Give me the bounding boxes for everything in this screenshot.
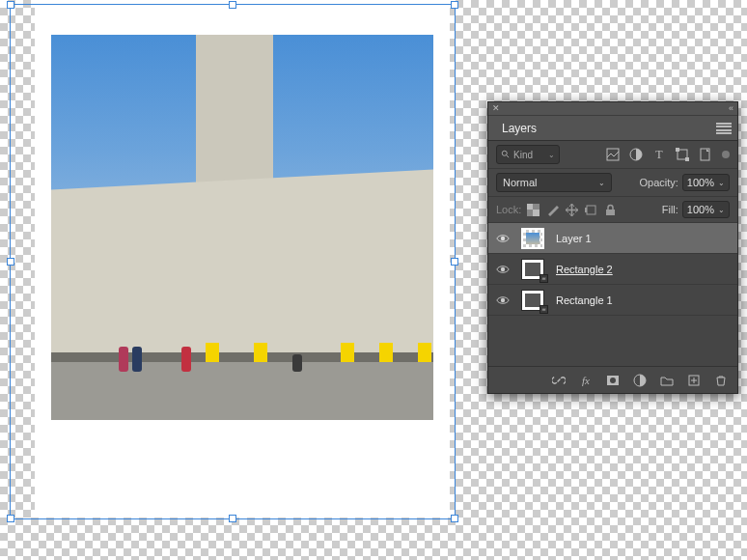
layer-name[interactable]: Layer 1 — [556, 233, 592, 244]
new-group-icon[interactable] — [660, 374, 674, 387]
shape-badge-icon — [540, 305, 548, 314]
filter-toggle-icon[interactable] — [722, 151, 730, 158]
lock-transparency-icon[interactable] — [527, 204, 540, 216]
transform-handle-tl[interactable] — [7, 1, 14, 9]
filter-pixel-icon[interactable] — [606, 148, 620, 161]
svg-rect-11 — [533, 210, 540, 216]
layer-filter-row: Kind ⌄ T — [488, 141, 737, 169]
chevron-down-icon: ⌄ — [598, 179, 605, 187]
filter-shape-icon[interactable] — [676, 148, 689, 161]
chevron-down-icon: ⌄ — [548, 151, 555, 159]
blend-mode-dropdown[interactable]: Normal ⌄ — [496, 173, 612, 192]
panel-tabs: Layers — [488, 116, 737, 141]
svg-point-19 — [610, 378, 616, 383]
opacity-value: 100% — [687, 177, 714, 188]
svg-point-17 — [501, 297, 505, 301]
opacity-label: Opacity: — [640, 177, 678, 188]
lock-artboard-icon[interactable] — [585, 204, 597, 216]
collapse-panel-icon[interactable]: « — [729, 104, 733, 113]
transform-handle-br[interactable] — [451, 515, 458, 522]
artboard-polaroid[interactable] — [35, 0, 450, 518]
panel-menu-icon[interactable] — [716, 123, 732, 134]
fill-input[interactable]: 100% ⌄ — [682, 201, 730, 218]
transform-handle-ml[interactable] — [7, 258, 14, 266]
svg-rect-14 — [606, 210, 615, 215]
transform-handle-tm[interactable] — [229, 1, 236, 9]
transform-handle-bl[interactable] — [7, 515, 14, 522]
transform-handle-mr[interactable] — [451, 258, 458, 266]
filter-kind-dropdown[interactable]: Kind ⌄ — [496, 145, 560, 164]
link-layers-icon[interactable] — [552, 374, 566, 387]
transform-handle-bm[interactable] — [229, 515, 236, 522]
shape-badge-icon — [540, 274, 548, 283]
chevron-down-icon: ⌄ — [718, 206, 725, 214]
lock-position-icon[interactable] — [566, 204, 578, 216]
svg-point-16 — [501, 266, 505, 270]
filter-type-icon[interactable]: T — [652, 148, 666, 161]
layer-list-empty-area[interactable] — [488, 316, 737, 366]
filter-kind-label: Kind — [513, 150, 533, 160]
svg-line-1 — [507, 155, 510, 158]
transform-handle-tr[interactable] — [451, 1, 458, 9]
lock-label: Lock: — [496, 204, 521, 215]
svg-rect-2 — [607, 149, 619, 160]
svg-text:T: T — [655, 148, 663, 161]
panel-titlebar[interactable]: ✕ « — [488, 102, 737, 116]
tab-layers[interactable]: Layers — [494, 117, 544, 140]
lock-all-icon[interactable] — [604, 204, 617, 216]
lock-pixels-icon[interactable] — [546, 204, 559, 216]
opacity-input[interactable]: 100% ⌄ — [682, 174, 730, 191]
visibility-toggle-icon[interactable] — [496, 294, 510, 307]
svg-point-15 — [501, 236, 505, 239]
layers-panel-footer: fx — [488, 366, 737, 393]
close-panel-icon[interactable]: ✕ — [492, 104, 500, 113]
blend-row: Normal ⌄ Opacity: 100% ⌄ — [488, 169, 737, 197]
svg-rect-6 — [676, 148, 679, 152]
svg-rect-12 — [587, 206, 595, 214]
add-mask-icon[interactable] — [606, 374, 620, 387]
adjustment-layer-icon[interactable] — [633, 374, 647, 387]
visibility-toggle-icon[interactable] — [496, 263, 510, 276]
fill-label: Fill: — [662, 204, 678, 215]
layer-thumbnail[interactable] — [521, 228, 544, 249]
visibility-toggle-icon[interactable] — [496, 232, 510, 245]
chevron-down-icon: ⌄ — [718, 179, 725, 187]
layer-name[interactable]: Rectangle 1 — [556, 294, 613, 306]
filter-smartobject-icon[interactable] — [699, 148, 712, 161]
layers-panel: ✕ « Layers Kind ⌄ T Normal — [487, 101, 738, 394]
search-icon — [501, 150, 511, 159]
placed-photo[interactable] — [51, 35, 433, 420]
new-layer-icon[interactable] — [687, 374, 701, 387]
layer-name[interactable]: Rectangle 2 — [556, 264, 613, 275]
fill-value: 100% — [687, 204, 714, 215]
layer-row[interactable]: Rectangle 1 — [488, 285, 737, 316]
lock-row: Lock: Fill: 100% ⌄ — [488, 197, 737, 223]
layer-effects-icon[interactable]: fx — [579, 374, 593, 387]
delete-layer-icon[interactable] — [714, 374, 728, 387]
layer-row[interactable]: Rectangle 2 — [488, 254, 737, 285]
svg-rect-10 — [527, 204, 533, 210]
svg-point-0 — [502, 151, 507, 155]
svg-rect-7 — [685, 157, 689, 161]
layer-row[interactable]: Layer 1 — [488, 223, 737, 254]
layer-list: Layer 1 Rectangle 2 Rectangle 1 — [488, 223, 737, 366]
filter-adjustment-icon[interactable] — [629, 148, 643, 161]
svg-rect-13 — [585, 208, 587, 212]
blend-mode-value: Normal — [503, 177, 537, 188]
